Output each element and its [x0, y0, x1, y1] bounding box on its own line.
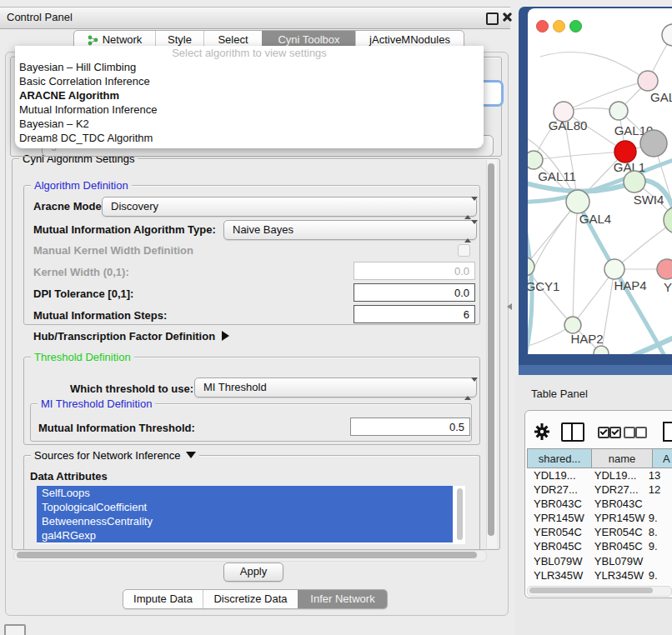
attribute-item-topologicalcoefficient[interactable]: TopologicalCoefficient: [37, 500, 453, 514]
node-hap2[interactable]: [564, 317, 581, 333]
node-gal4[interactable]: [566, 190, 589, 213]
table-cell: YDL19...: [527, 469, 588, 483]
deselect-all-checkbox-icon[interactable]: [635, 427, 647, 438]
node-swi4[interactable]: [624, 171, 645, 192]
split-columns-icon[interactable]: [561, 422, 584, 442]
column-header-partial[interactable]: A: [653, 448, 672, 468]
node-hap4[interactable]: [604, 259, 624, 279]
node-green-right[interactable]: [664, 207, 672, 233]
node-label: GAL11: [538, 169, 576, 183]
attribute-item-betweennesscentrality[interactable]: BetweennessCentrality: [37, 514, 453, 528]
node-gray-hub[interactable]: [640, 130, 667, 157]
tab-discretize-data[interactable]: Discretize Data: [203, 590, 298, 608]
node-label: GAL: [650, 90, 672, 104]
table-row[interactable]: YBR043CYBR043C: [527, 498, 672, 512]
tab-impute-data[interactable]: Impute Data: [123, 590, 203, 608]
mac-zoom-icon[interactable]: [569, 20, 582, 32]
node-bottom-partial[interactable]: [594, 346, 609, 354]
float-window-icon[interactable]: [486, 12, 499, 25]
tab-infer-network[interactable]: Infer Network: [298, 590, 387, 608]
mi-type-combo[interactable]: Naive Bayes: [223, 220, 477, 240]
table-header: shared... name A: [527, 448, 672, 468]
algorithm-option-bayesian-k2[interactable]: Bayesian – K2: [15, 117, 484, 131]
mac-close-icon[interactable]: [536, 20, 549, 32]
algorithm-option-aracne-algorithm[interactable]: ARACNE Algorithm: [15, 88, 484, 102]
table-cell: 9.: [646, 569, 672, 583]
deselect-all-checkbox-icon[interactable]: [624, 427, 635, 438]
table-row[interactable]: YLR345WYLR345W9.: [527, 569, 672, 583]
aracne-mode-combo[interactable]: Discovery: [102, 197, 477, 217]
network-edge: [528, 267, 573, 325]
combo-value: MI Threshold: [203, 381, 267, 393]
node-gal10[interactable]: [609, 102, 628, 120]
mi-steps-label: Mutual Information Steps:: [33, 309, 167, 322]
expand-down-icon: [186, 452, 196, 458]
mac-minimize-icon[interactable]: [553, 20, 565, 32]
which-threshold-combo[interactable]: MI Threshold: [194, 378, 477, 398]
attribute-item-selfloops[interactable]: SelfLoops: [37, 486, 453, 500]
control-panel-titlebar: Control Panel: [0, 7, 510, 29]
table-cell: YBR045C: [588, 540, 646, 554]
node-gcy1[interactable]: [528, 258, 534, 276]
table-horizontal-scrollbar[interactable]: [527, 586, 672, 597]
dpi-tolerance-field[interactable]: [354, 283, 475, 302]
node-salmon-right[interactable]: [657, 259, 672, 279]
stepper-arrows-icon: [464, 201, 471, 216]
group-title: MI Threshold Definition: [38, 398, 155, 410]
data-attributes-list[interactable]: SelfLoopsTopologicalCoefficientBetweenne…: [37, 486, 465, 544]
mi-threshold-field[interactable]: [350, 418, 470, 436]
group-title: Threshold Definition: [31, 351, 134, 363]
algorithm-option-bayesian-hill-climbing[interactable]: Bayesian – Hill Climbing: [15, 60, 484, 74]
attribute-item-gal4rgexp[interactable]: gal4RGexp: [37, 528, 453, 542]
data-attributes-items: SelfLoopsTopologicalCoefficientBetweenne…: [37, 486, 465, 542]
table-cell: YBL079W: [588, 555, 646, 569]
settings-vertical-scrollbar[interactable]: [486, 160, 497, 548]
node-top-partial[interactable]: [662, 24, 672, 46]
select-all-checkbox-icon[interactable]: [609, 427, 621, 438]
table-cell: YLR345W: [527, 569, 588, 583]
table-cell: YBR043C: [588, 498, 646, 512]
table-row[interactable]: YDR27...YDR27...12: [527, 483, 672, 498]
close-icon[interactable]: [501, 12, 512, 22]
sources-toggle[interactable]: Sources for Network Inference: [31, 449, 199, 462]
apply-button[interactable]: Apply: [223, 562, 283, 582]
table-row[interactable]: YER054CYER054C8.: [527, 526, 672, 540]
manual-kernel-checkbox[interactable]: [458, 244, 470, 257]
manual-kernel-label: Manual Kernel Width Definition: [33, 244, 193, 257]
node-label: GAL4: [579, 212, 611, 226]
hub-definition-toggle[interactable]: Hub/Transcription Factor Definition: [33, 330, 229, 342]
table-row[interactable]: YPR145WYPR145W9.: [527, 512, 672, 526]
group-title: Sources for Network Inference: [34, 449, 181, 462]
table-row[interactable]: YBL079WYBL079W: [527, 555, 672, 569]
mi-steps-field[interactable]: [354, 305, 475, 323]
gear-icon[interactable]: [534, 422, 550, 441]
kernel-width-field[interactable]: [354, 262, 475, 280]
node-gal11[interactable]: [528, 151, 543, 169]
page-icon[interactable]: [663, 422, 672, 442]
column-header-shared[interactable]: shared...: [527, 448, 592, 468]
list-scrollbar[interactable]: [457, 488, 463, 540]
table-row[interactable]: YBR045CYBR045C9.: [527, 540, 672, 554]
network-window-frame-bottom: [519, 365, 672, 375]
docked-panel-icon[interactable]: [4, 624, 26, 635]
node-label: SWI4: [634, 192, 664, 207]
algorithm-option-basic-correlation-inference[interactable]: Basic Correlation Inference: [15, 74, 484, 88]
table-row[interactable]: YDL19...YDL19...13: [527, 469, 672, 483]
node-gal-partial[interactable]: [638, 71, 658, 91]
algorithm-dropdown-prompt: Select algorithm to view settings: [15, 46, 484, 60]
combo-value: Naive Bayes: [233, 223, 293, 236]
tab-label: Infer Network: [310, 590, 374, 608]
table-cell: [646, 555, 672, 569]
algorithm-dropdown[interactable]: Select algorithm to view settings Bayesi…: [15, 46, 484, 148]
column-header-name[interactable]: name: [592, 448, 653, 468]
table-cell: YBR043C: [527, 498, 588, 512]
settings-horizontal-scrollbar[interactable]: [13, 550, 487, 562]
network-edge: [564, 81, 648, 112]
network-canvas[interactable]: GALGAL80GAL10GAL1GAL11SWI4GAL4GCY1HAP4YH…: [528, 8, 672, 354]
select-all-checkbox-icon[interactable]: [598, 427, 609, 438]
algorithm-option-dream8-dc-tdc-algorithm[interactable]: Dream8 DC_TDC Algorithm: [15, 131, 484, 145]
split-handle-icon[interactable]: [507, 303, 512, 310]
algorithm-option-mutual-information-inference[interactable]: Mutual Information Inference: [15, 102, 484, 117]
table-cell: YBL079W: [527, 555, 588, 569]
network-edge: [528, 202, 578, 325]
